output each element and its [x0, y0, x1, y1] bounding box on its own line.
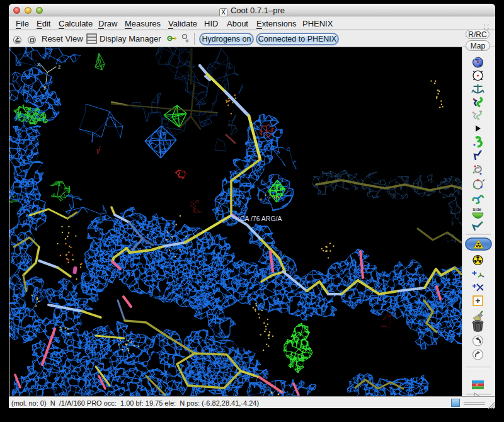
- svg-text:Side: Side: [472, 207, 481, 212]
- svg-text:x: x: [37, 61, 40, 67]
- svg-text:z: z: [58, 64, 61, 70]
- svg-text:CA /76 ARG/A: CA /76 ARG/A: [240, 215, 282, 222]
- svg-text:y: y: [43, 84, 47, 90]
